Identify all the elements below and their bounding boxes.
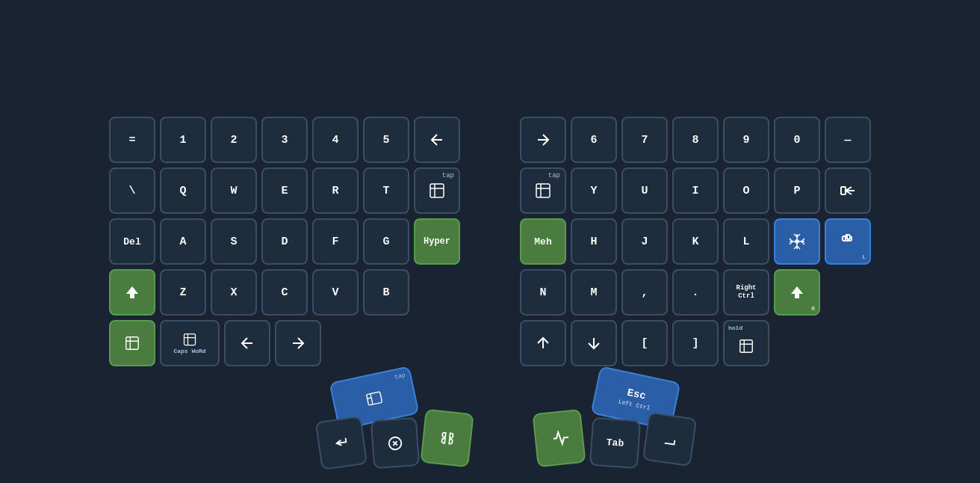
right-row-5: [ ] hold xyxy=(520,320,871,366)
key-n[interactable]: N xyxy=(520,269,566,316)
left-thumb-cluster: tap xyxy=(311,374,475,479)
right-thumb-alt[interactable] xyxy=(532,409,586,467)
key-move[interactable] xyxy=(774,218,820,265)
svg-rect-0 xyxy=(430,184,444,197)
key-b[interactable]: B xyxy=(363,269,409,316)
key-right-shift[interactable]: R xyxy=(774,269,820,316)
right-thumb-space[interactable] xyxy=(642,412,697,467)
key-0[interactable]: 0 xyxy=(774,117,820,163)
left-row-5: Caps WoRd xyxy=(109,320,460,366)
left-half: = 1 2 3 4 5 \ Q W E R T tap xyxy=(109,117,460,366)
key-comma[interactable]: , xyxy=(621,269,668,316)
svg-marker-1 xyxy=(126,286,138,298)
key-open-bracket[interactable]: [ xyxy=(621,320,668,366)
key-k[interactable]: K xyxy=(672,218,719,265)
key-hold-layer[interactable]: hold xyxy=(723,320,769,366)
left-row-3: Del A S D F G Hyper xyxy=(109,218,460,265)
key-2[interactable]: 2 xyxy=(211,117,257,163)
key-z[interactable]: Z xyxy=(160,269,206,316)
key-9[interactable]: 9 xyxy=(723,117,769,163)
right-thumb-cluster: Esc Left Ctrl Tab xyxy=(535,374,699,479)
key-1[interactable]: 1 xyxy=(160,117,206,163)
keyboard-layout: = 1 2 3 4 5 \ Q W E R T tap xyxy=(109,117,871,366)
key-m[interactable]: M xyxy=(571,269,617,316)
key-x[interactable]: X xyxy=(211,269,257,316)
svg-rect-4 xyxy=(536,184,550,197)
right-thumb-tab[interactable]: Tab xyxy=(589,417,641,469)
right-row-2: tap Y U I O P xyxy=(520,167,871,214)
svg-rect-8 xyxy=(740,340,753,353)
left-thumb-delete[interactable] xyxy=(370,417,420,469)
key-j[interactable]: J xyxy=(621,218,668,265)
key-equals[interactable]: = xyxy=(109,117,155,163)
key-d[interactable]: D xyxy=(261,218,308,265)
key-t[interactable]: T xyxy=(363,167,409,214)
right-half: 6 7 8 9 0 — tap Y U I O P xyxy=(520,117,871,366)
left-row-1: = 1 2 3 4 5 xyxy=(109,117,460,163)
key-p[interactable]: P xyxy=(774,167,820,214)
left-row-4: Z X C V B xyxy=(109,269,460,316)
key-v[interactable]: V xyxy=(312,269,359,316)
left-thumb-enter[interactable] xyxy=(315,416,368,470)
key-g[interactable]: G xyxy=(363,218,409,265)
key-o[interactable]: O xyxy=(723,167,769,214)
key-q[interactable]: Q xyxy=(160,167,206,214)
key-backspace[interactable] xyxy=(414,117,460,163)
key-6[interactable]: 6 xyxy=(571,117,617,163)
key-c[interactable]: C xyxy=(261,269,308,316)
left-row-2: \ Q W E R T tap xyxy=(109,167,460,214)
key-w[interactable]: W xyxy=(211,167,257,214)
key-s[interactable]: S xyxy=(211,218,257,265)
svg-rect-2 xyxy=(126,337,139,350)
key-period[interactable]: . xyxy=(672,269,719,316)
key-caps-word[interactable]: Caps WoRd xyxy=(160,320,220,366)
key-7[interactable]: 7 xyxy=(621,117,668,163)
key-tap-layer-left[interactable]: tap xyxy=(414,167,460,214)
key-down-arrow[interactable] xyxy=(571,320,617,366)
key-del-back[interactable] xyxy=(825,167,871,214)
key-hyper[interactable]: Hyper xyxy=(414,218,460,265)
key-a[interactable]: A xyxy=(160,218,206,265)
key-l[interactable]: L xyxy=(723,218,769,265)
svg-point-6 xyxy=(796,240,798,243)
svg-rect-5 xyxy=(841,187,846,194)
key-r[interactable]: R xyxy=(312,167,359,214)
right-row-4: N M , . RightCtrl R xyxy=(520,269,871,316)
key-4[interactable]: 4 xyxy=(312,117,359,163)
key-right-arrow[interactable] xyxy=(275,320,321,366)
key-left-arrow[interactable] xyxy=(224,320,270,366)
key-i[interactable]: I xyxy=(672,167,719,214)
key-backslash[interactable]: \ xyxy=(109,167,155,214)
key-up-arrow[interactable] xyxy=(520,320,566,366)
key-h[interactable]: H xyxy=(571,218,617,265)
right-row-1: 6 7 8 9 0 — xyxy=(520,117,871,163)
key-tap-layer-right[interactable]: tap xyxy=(520,167,566,214)
svg-marker-7 xyxy=(791,286,803,298)
key-dash[interactable]: — xyxy=(825,117,871,163)
key-close-bracket[interactable]: ] xyxy=(672,320,719,366)
key-8[interactable]: 8 xyxy=(672,117,719,163)
key-5[interactable]: 5 xyxy=(363,117,409,163)
key-right-ctrl[interactable]: RightCtrl xyxy=(723,269,769,316)
key-del[interactable]: Del xyxy=(109,218,155,265)
svg-rect-3 xyxy=(184,333,196,345)
key-f[interactable]: F xyxy=(312,218,359,265)
right-row-3: Meh H J K L L xyxy=(520,218,871,265)
key-cmd-right[interactable]: L xyxy=(825,218,871,265)
key-u[interactable]: U xyxy=(621,167,668,214)
key-y[interactable]: Y xyxy=(571,167,617,214)
key-right-fwd[interactable] xyxy=(520,117,566,163)
key-meh[interactable]: Meh xyxy=(520,218,566,265)
key-left-shift[interactable] xyxy=(109,269,155,316)
key-3[interactable]: 3 xyxy=(261,117,308,163)
key-e[interactable]: E xyxy=(261,167,308,214)
left-thumb-cmd[interactable] xyxy=(420,409,474,467)
key-layer-caps[interactable] xyxy=(109,320,155,366)
